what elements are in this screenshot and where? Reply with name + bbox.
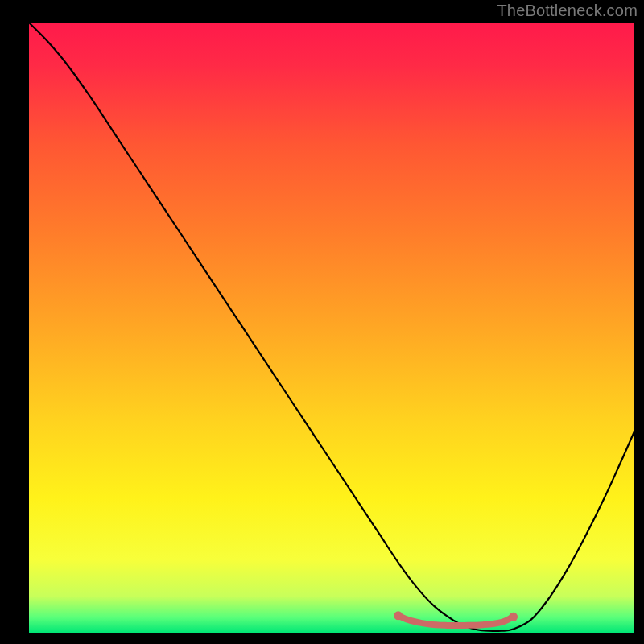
bottleneck-chart bbox=[0, 0, 644, 644]
watermark-text: TheBottleneck.com bbox=[497, 2, 638, 20]
optimal-marker bbox=[394, 611, 402, 620]
plot-background bbox=[29, 23, 634, 633]
chart-container: TheBottleneck.com bbox=[0, 0, 644, 644]
optimal-marker bbox=[509, 613, 518, 621]
